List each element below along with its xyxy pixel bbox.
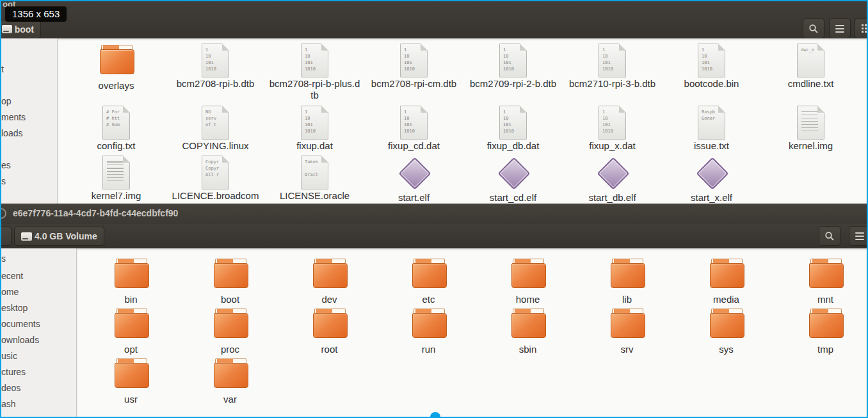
- folder-item[interactable]: boot: [181, 257, 280, 307]
- volume-location-button[interactable]: 4.0 GB Volume: [14, 227, 104, 246]
- sidebar-item-videos[interactable]: deos: [1, 380, 76, 396]
- folder-item[interactable]: srv: [577, 307, 677, 357]
- file-item[interactable]: 1 10 101 1010bcm2710-rpi-3-b.dtb: [563, 44, 662, 106]
- file-item[interactable]: Raspb Generissue.txt: [662, 106, 761, 156]
- sidebar-item-desktop[interactable]: op: [1, 93, 57, 109]
- elf-executable-icon: [595, 156, 631, 191]
- boot-sidebar: t op ments loads es s: [1, 38, 58, 204]
- sidebar-item-partial[interactable]: s: [1, 251, 76, 264]
- file-item[interactable]: Copyr Copyr All rLICENCE.broadcom: [166, 156, 265, 204]
- folder-item[interactable]: run: [379, 307, 478, 357]
- search-button[interactable]: [803, 19, 824, 38]
- file-item[interactable]: # For # htt # Somconfig.txt: [67, 106, 166, 156]
- folder-item[interactable]: dev: [280, 257, 379, 307]
- sidebar-item-recent[interactable]: t: [1, 61, 57, 77]
- folder-icon: [609, 307, 645, 343]
- binary-file-icon: 1 10 101 1010: [301, 44, 328, 77]
- volume-location-label: 4.0 GB Volume: [35, 231, 97, 241]
- folder-icon: [113, 257, 149, 293]
- sidebar-item-documents[interactable]: ocuments: [1, 316, 76, 332]
- folder-icon: [510, 257, 546, 293]
- file-item[interactable]: 1 10 101 1010bcm2708-rpi-b-plus.dtb: [265, 44, 364, 106]
- document-icon: [102, 156, 130, 189]
- boot-location-button[interactable]: boot: [1, 20, 41, 38]
- folder-item[interactable]: sbin: [478, 307, 577, 357]
- sidebar-item-music[interactable]: usic: [1, 348, 76, 364]
- search-button[interactable]: [819, 226, 840, 246]
- text-file-icon: Taken Oracl: [301, 156, 328, 189]
- elf-executable-icon: [694, 156, 730, 191]
- elf-executable-icon: [396, 156, 432, 191]
- folder-item[interactable]: media: [677, 257, 776, 307]
- sidebar-item-desktop[interactable]: esktop: [1, 300, 76, 316]
- folder-icon: [113, 357, 149, 393]
- folder-item[interactable]: sys: [677, 307, 776, 357]
- file-item[interactable]: dwc_ocmdline.txt: [761, 44, 860, 106]
- folder-item[interactable]: lib: [577, 257, 677, 307]
- file-item[interactable]: 1 10 101 1010fixup_cd.dat: [364, 106, 463, 156]
- file-item[interactable]: 1 10 101 1010bcm2708-rpi-cm.dtb: [364, 44, 463, 106]
- folder-icon: [808, 257, 844, 293]
- folder-item[interactable]: opt: [81, 307, 181, 357]
- volume-titlebar: e6e7f776-11a4-4cd7-b4fd-c44ecdbfcf90: [1, 204, 867, 224]
- folder-item[interactable]: bin: [81, 257, 181, 307]
- file-item[interactable]: 1 10 101 1010fixup_x.dat: [563, 106, 662, 156]
- folder-icon: [99, 44, 134, 79]
- view-grid-button[interactable]: [855, 19, 867, 38]
- folder-item[interactable]: mnt: [776, 257, 867, 307]
- volume-toolbar: 4.0 GB Volume: [1, 224, 867, 248]
- sidebar-item-home[interactable]: ome: [1, 284, 76, 300]
- hamburger-icon: [855, 232, 864, 240]
- folder-icon: [213, 257, 248, 293]
- file-item[interactable]: 1 10 101 1010bootcode.bin: [662, 44, 761, 106]
- boot-file-area: overlays 1 10 101 1010bcm2708-rpi-b.dtb …: [58, 38, 867, 204]
- folder-item[interactable]: var: [181, 357, 280, 407]
- folder-icon: [113, 307, 149, 343]
- volume-window-title: e6e7f776-11a4-4cd7-b4fd-c44ecdbfcf90: [13, 208, 178, 218]
- folder-icon: [312, 307, 348, 343]
- sidebar-item-downloads[interactable]: loads: [1, 125, 57, 141]
- hamburger-icon: [835, 25, 844, 33]
- file-item[interactable]: 1 10 101 1010fixup.dat: [265, 106, 364, 156]
- file-item[interactable]: kernel.img: [761, 106, 860, 156]
- folder-item[interactable]: usr: [81, 357, 181, 407]
- menu-button[interactable]: [829, 19, 851, 38]
- boot-headerbar: oot 868 x 418 boot: [1, 1, 867, 38]
- file-item[interactable]: start.elf: [364, 156, 463, 204]
- folder-icon: [510, 307, 546, 343]
- window-boot: oot 868 x 418 boot t op: [1, 1, 867, 204]
- folder-icon: [312, 257, 348, 293]
- pathbar-previous-button[interactable]: [1, 227, 12, 246]
- file-item[interactable]: start_cd.elf: [463, 156, 563, 204]
- file-item[interactable]: Taken OraclLICENSE.oracle: [265, 156, 364, 204]
- folder-item[interactable]: home: [478, 257, 577, 307]
- file-item[interactable]: 1 10 101 1010bcm2709-rpi-2-b.dtb: [463, 44, 563, 106]
- document-icon: [797, 106, 824, 140]
- file-item[interactable]: kernel7.img: [67, 156, 166, 204]
- sidebar-item-videos[interactable]: s: [1, 173, 57, 189]
- folder-icon: [411, 307, 447, 343]
- sidebar-item-recent[interactable]: ecent: [1, 268, 76, 284]
- file-item[interactable]: start_x.elf: [662, 156, 761, 204]
- volume-file-area: bin boot dev etc home lib media mnt opt …: [77, 248, 867, 418]
- file-item[interactable]: start_db.elf: [563, 156, 662, 204]
- text-file-icon: # For # htt # Som: [102, 106, 130, 140]
- folder-item[interactable]: etc: [379, 257, 478, 307]
- sidebar-item-documents[interactable]: ments: [1, 109, 57, 125]
- menu-button[interactable]: [849, 226, 867, 246]
- sidebar-item-trash[interactable]: ash: [1, 396, 76, 412]
- folder-item[interactable]: tmp: [776, 307, 867, 357]
- file-item[interactable]: 1 10 101 1010bcm2708-rpi-b.dtb: [166, 44, 265, 106]
- file-item[interactable]: overlays: [67, 44, 166, 106]
- sidebar-item-downloads[interactable]: ownloads: [1, 332, 76, 348]
- file-item[interactable]: 1 10 101 1010fixup_db.dat: [463, 106, 563, 156]
- binary-file-icon: 1 10 101 1010: [400, 106, 428, 140]
- file-item[interactable]: NO serv of tCOPYING.linux: [166, 106, 265, 156]
- text-file-icon: Copyr Copyr All r: [202, 156, 229, 189]
- folder-item[interactable]: root: [280, 307, 379, 357]
- folder-icon: [808, 307, 844, 343]
- sidebar-item-pictures[interactable]: es: [1, 157, 57, 173]
- folder-item[interactable]: proc: [181, 307, 280, 357]
- sidebar-item-pictures[interactable]: ctures: [1, 364, 76, 380]
- grid-icon: [862, 24, 867, 33]
